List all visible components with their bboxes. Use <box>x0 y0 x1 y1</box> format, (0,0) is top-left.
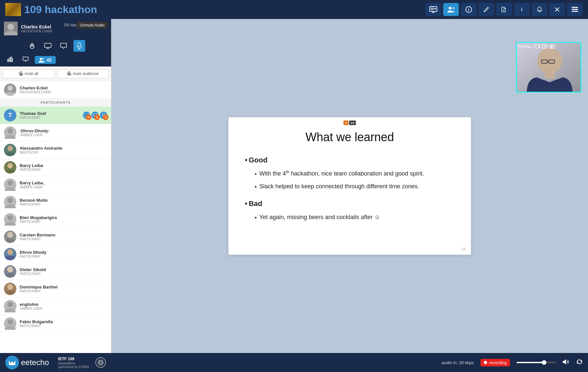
participant-item[interactable]: Alessandro Amirante MEETECHO <box>0 141 111 159</box>
volume-icon-btn[interactable] <box>562 359 570 367</box>
mute-all-btn[interactable]: mute all <box>3 69 54 78</box>
active-participant-name: Thomas Graf <box>20 111 80 116</box>
chat-btn[interactable] <box>58 40 69 52</box>
info2-btn[interactable]: i <box>514 3 530 16</box>
globe-icon <box>95 357 106 368</box>
participant-info: Fabio Bulgarella PARTICIPANT <box>20 319 107 328</box>
refresh-icon-btn[interactable] <box>576 359 583 367</box>
logo-area: IETF 109 hackathon <box>5 3 97 16</box>
info-btn[interactable]: i <box>461 3 477 16</box>
screen-icon-wrapper: ✕ <box>83 112 90 119</box>
files-btn[interactable] <box>496 3 512 16</box>
active-participant-info: Thomas Graf PARTICIPANT <box>20 111 80 120</box>
menu-btn[interactable] <box>567 3 583 16</box>
svg-rect-19 <box>572 11 578 12</box>
svg-point-21 <box>8 24 14 30</box>
participant-info: Alessandro Amirante MEETECHO <box>20 146 107 154</box>
volume-fill <box>517 362 544 363</box>
participant-info: Dieter Sibold PARTICIPANT <box>20 267 107 276</box>
svg-text:T: T <box>9 112 12 119</box>
participant-info: Dhruv Dhody PARTICIPANT <box>20 250 107 258</box>
participant-role: PARTICIPANT <box>20 272 107 276</box>
recording-label: recording <box>489 360 507 365</box>
participant-avatar-dieter <box>4 265 16 278</box>
camera-bitrate: 248 kbps <box>518 45 532 48</box>
participant-avatar-alessandro <box>4 144 16 156</box>
svg-point-72 <box>8 319 13 325</box>
participant-name: Dieter Sibold <box>20 267 107 272</box>
participant-item[interactable]: Barry Leiba_ JABBER USER <box>0 176 111 194</box>
participant-role: PARTICIPANT <box>20 255 107 258</box>
svg-point-50 <box>8 128 13 134</box>
participant-info: Dominique Barthel PARTICIPANT <box>20 285 107 293</box>
svg-point-54 <box>8 163 13 168</box>
participant-avatar-barry <box>4 161 16 174</box>
ietf-logo: IETF <box>5 3 21 16</box>
top-nav-buttons: i i <box>425 3 583 16</box>
svg-point-60 <box>8 215 13 220</box>
mic-btn[interactable] <box>73 40 85 52</box>
svg-point-56 <box>8 180 13 186</box>
mute-audience-btn[interactable]: mute audience <box>57 69 109 78</box>
unmute-tooltip[interactable]: Unmute Audio <box>77 22 108 29</box>
participant-item-presenter[interactable]: Charles Eckel HACKATHON CHAIR <box>0 81 111 99</box>
participant-avatar-benson <box>4 196 16 208</box>
svg-point-64 <box>7 249 13 255</box>
bad-heading: •Bad <box>245 197 455 210</box>
screen-share-btn[interactable] <box>425 3 441 16</box>
presenter-avatar <box>4 22 18 35</box>
svg-point-52 <box>8 146 13 151</box>
slide: ● ●● What we learned •Good • With the 4t… <box>228 117 471 255</box>
screen-share-small-btn[interactable] <box>42 40 54 52</box>
meetecho-brand: eetecho <box>21 358 49 367</box>
hand-raise-btn[interactable] <box>26 40 38 52</box>
participant-item[interactable]: Fabio Bulgarella PARTICIPANT <box>0 315 111 332</box>
presenter-role: HACKATHON CHAIR <box>21 29 107 33</box>
bell-btn[interactable] <box>532 3 547 16</box>
participant-item[interactable]: Dieter Sibold PARTICIPANT <box>0 263 111 280</box>
participant-item[interactable]: englishm JABBER USER <box>0 298 111 315</box>
svg-rect-18 <box>572 9 578 10</box>
participant-info: englishm JABBER USER <box>20 302 107 310</box>
svg-rect-30 <box>11 57 12 62</box>
participant-avatar-carsten <box>4 231 16 243</box>
edit-btn[interactable] <box>479 3 494 16</box>
svg-rect-5 <box>431 8 434 10</box>
participant-avatar-bien <box>4 213 16 226</box>
svg-point-74 <box>537 48 562 74</box>
meetecho-m-icon <box>5 356 19 369</box>
slide-page-num: 16 <box>461 247 466 251</box>
presenter-section-name: Charles Eckel <box>20 85 107 90</box>
svg-rect-29 <box>9 58 10 62</box>
slide-title: What we learned <box>245 130 455 144</box>
chat-x-icon: ✕ <box>94 114 100 120</box>
participant-name: Barry Leiba_ <box>20 180 107 185</box>
participant-item[interactable]: Bien Mugabarigira PARTICIPANT <box>0 211 111 228</box>
participant-name: -Dhruv-Dhody- <box>20 128 107 133</box>
participant-item[interactable]: Dominique Barthel PARTICIPANT <box>0 280 111 298</box>
svg-rect-22 <box>45 43 51 47</box>
svg-point-41 <box>8 85 13 91</box>
participants-count: 42 <box>47 57 52 63</box>
participant-info: Barry Leiba_ JABBER USER <box>20 180 107 189</box>
mic-x-icon: ✕ <box>103 114 108 120</box>
bottom-meeting-info: IETF 109 Hackathon sponsored by ICANN <box>58 357 89 369</box>
participant-item[interactable]: Carsten Bormann PARTICIPANT <box>0 228 111 246</box>
participant-item[interactable]: Benson Muite PARTICIPANT <box>0 194 111 211</box>
participant-item[interactable]: Barry Leiba PARTICIPANT <box>0 159 111 176</box>
audio-status: audio in: 28 kbps <box>442 360 474 365</box>
svg-rect-25 <box>78 43 81 46</box>
stats-tab[interactable] <box>4 55 16 65</box>
chat-tab[interactable] <box>19 55 32 65</box>
volume-slider[interactable] <box>517 362 556 363</box>
participants-btn[interactable] <box>443 3 459 16</box>
participant-item[interactable]: Dhruv Dhody PARTICIPANT <box>0 246 111 263</box>
participant-item[interactable]: -Dhruv-Dhody- JABBER USER <box>0 124 111 141</box>
participant-name: Dominique Barthel <box>20 285 107 289</box>
participants-tab[interactable]: 42 <box>35 56 56 64</box>
svg-rect-17 <box>572 7 578 8</box>
close-btn[interactable] <box>549 3 565 16</box>
top-header: IETF 109 hackathon <box>0 0 588 19</box>
participant-name: englishm <box>20 302 107 307</box>
participant-item-active[interactable]: T Thomas Graf PARTICIPANT <box>0 107 111 124</box>
